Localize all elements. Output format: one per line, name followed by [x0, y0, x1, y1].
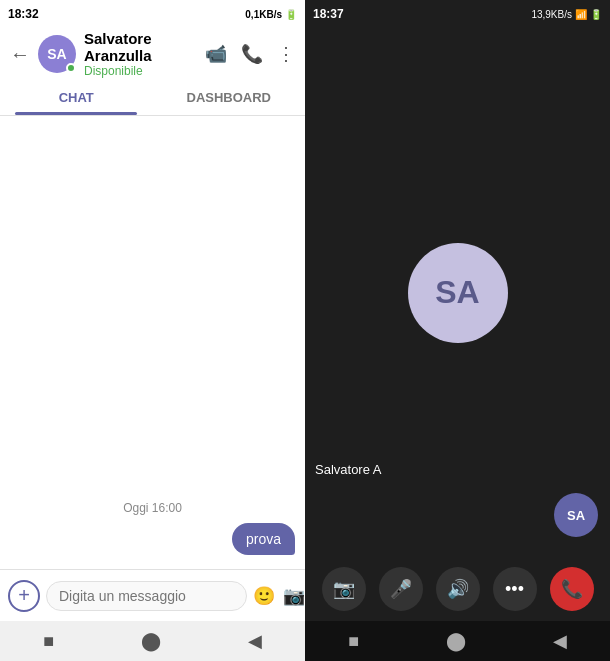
message-text: prova	[246, 531, 281, 547]
video-call-icon[interactable]: 📹	[205, 43, 227, 65]
nav-bar-left: ■ ⬤ ◀	[0, 621, 305, 661]
battery-icon-left: 🔋	[285, 9, 297, 20]
audio-call-icon[interactable]: 📞	[241, 43, 263, 65]
call-controls-bar: 📷 🎤 🔊 ••• 📞	[305, 557, 610, 621]
speaker-call-icon: 🔊	[447, 578, 469, 600]
message-bubble-sent: prova	[232, 523, 295, 555]
back-nav-icon[interactable]: ◀	[248, 630, 262, 652]
caller-avatar: SA	[408, 243, 508, 343]
chat-messages: Oggi 16:00 prova	[0, 116, 305, 569]
toggle-mic-button[interactable]: 🎤	[379, 567, 423, 611]
battery-right: 🔋	[590, 9, 602, 20]
add-attachment-button[interactable]: +	[8, 580, 40, 612]
toggle-speaker-button[interactable]: 🔊	[436, 567, 480, 611]
date-divider: Oggi 16:00	[10, 501, 295, 515]
end-call-icon: 📞	[561, 578, 583, 600]
status-time-left: 18:32	[8, 7, 39, 21]
home-nav-right-icon[interactable]: ⬤	[446, 630, 466, 652]
header-actions: 📹 📞 ⋮	[205, 43, 295, 65]
back-nav-right-icon[interactable]: ◀	[553, 630, 567, 652]
message-input-bar: + 🙂 📷 🎤	[0, 569, 305, 621]
emoji-icon[interactable]: 🙂	[253, 585, 275, 607]
status-bar-right: 18:37 13,9KB/s 📶 🔋	[305, 0, 610, 28]
tab-dashboard[interactable]: DASHBOARD	[153, 80, 306, 115]
signal-icon-left: 0,1KB/s	[245, 9, 282, 20]
self-preview-avatar: SA	[554, 493, 598, 537]
tabs-bar: CHAT DASHBOARD	[0, 80, 305, 116]
caller-name: Salvatore A	[315, 462, 382, 477]
stop-nav-right-icon[interactable]: ■	[348, 631, 359, 652]
status-icons-right: 13,9KB/s 📶 🔋	[531, 9, 602, 20]
status-bar-left: 18:32 0,1KB/s 🔋	[0, 0, 305, 28]
right-panel: 18:37 13,9KB/s 📶 🔋 SA SA Salvatore A 📷 🎤…	[305, 0, 610, 661]
signal-bars-right: 📶	[575, 9, 587, 20]
home-nav-icon[interactable]: ⬤	[141, 630, 161, 652]
stop-nav-icon[interactable]: ■	[43, 631, 54, 652]
left-panel: 18:32 0,1KB/s 🔋 ← SA Salvatore Aranzulla…	[0, 0, 305, 661]
call-area: SA SA Salvatore A	[305, 28, 610, 557]
tab-chat[interactable]: CHAT	[0, 80, 153, 115]
contact-info: Salvatore Aranzulla Disponibile	[84, 30, 205, 78]
contact-avatar: SA	[38, 35, 76, 73]
status-icons-left: 0,1KB/s 🔋	[245, 9, 297, 20]
message-text-input[interactable]	[46, 581, 247, 611]
contact-name: Salvatore Aranzulla	[84, 30, 205, 64]
mic-call-icon: 🎤	[390, 578, 412, 600]
status-time-right: 18:37	[313, 7, 344, 21]
caller-initials: SA	[435, 274, 479, 311]
contact-status: Disponibile	[84, 64, 205, 78]
chat-header: ← SA Salvatore Aranzulla Disponibile 📹 📞…	[0, 28, 305, 80]
avatar-initials: SA	[47, 46, 66, 62]
online-indicator	[66, 63, 76, 73]
toggle-camera-button[interactable]: 📷	[322, 567, 366, 611]
more-call-options-button[interactable]: •••	[493, 567, 537, 611]
camera-attach-icon[interactable]: 📷	[283, 585, 305, 607]
back-button[interactable]: ←	[10, 43, 30, 66]
end-call-button[interactable]: 📞	[550, 567, 594, 611]
self-initials: SA	[567, 508, 585, 523]
speed-icon-right: 13,9KB/s	[531, 9, 572, 20]
nav-bar-right: ■ ⬤ ◀	[305, 621, 610, 661]
more-options-icon[interactable]: ⋮	[277, 43, 295, 65]
camera-off-icon: 📷	[333, 578, 355, 600]
more-call-icon: •••	[505, 579, 524, 600]
